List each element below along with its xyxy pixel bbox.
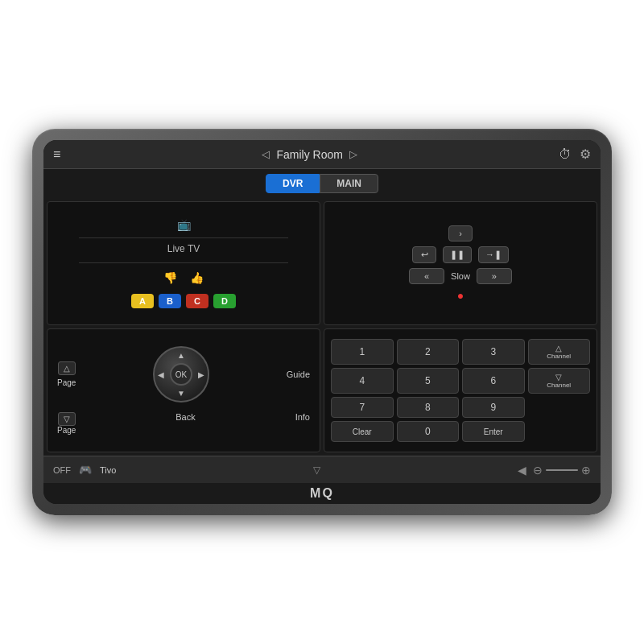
channel-label-up: Channel: [529, 353, 590, 360]
divider2: [79, 262, 289, 263]
clear-button[interactable]: Clear: [331, 421, 394, 442]
pause-button[interactable]: ❚❚: [443, 246, 472, 263]
next-room-button[interactable]: ▷: [349, 148, 357, 160]
tab-main[interactable]: MAIN: [320, 174, 378, 193]
page-up-label: Page: [57, 378, 76, 387]
room-title: Family Room: [276, 148, 342, 161]
footer-back-button[interactable]: ◀: [518, 464, 526, 477]
device-label: Tivo: [100, 465, 116, 475]
playback-row-1: ›: [448, 225, 473, 242]
num-2-button[interactable]: 2: [397, 339, 460, 365]
num-4-button[interactable]: 4: [331, 368, 394, 394]
main-content: 📺 Live TV 👎 👍 A B C D ›: [43, 198, 601, 456]
record-button[interactable]: ●: [457, 289, 464, 302]
volume-slider: ⊖ ⊕: [533, 464, 591, 477]
color-a-button[interactable]: A: [131, 294, 154, 308]
num-9-button[interactable]: 9: [462, 397, 525, 418]
clock-icon[interactable]: ⏱: [559, 147, 572, 162]
footer-down-arrow[interactable]: ▽: [313, 464, 320, 476]
device-frame: ≡ ◁ Family Room ▷ ⏱ ⚙ DVR MAIN 📺 Live TV: [32, 129, 612, 515]
thumb-down-button[interactable]: 👎: [163, 271, 177, 284]
settings-icon[interactable]: ⚙: [580, 147, 591, 162]
color-c-button[interactable]: C: [186, 294, 208, 308]
thumb-up-button[interactable]: 👍: [190, 271, 204, 284]
page-down-label: Page: [57, 426, 76, 435]
playback-row-2: ↩ ❚❚ →❚: [412, 246, 509, 263]
channel-down-button[interactable]: ▽ Channel: [528, 368, 591, 394]
device-icon: 🎮: [79, 464, 92, 476]
back-button[interactable]: ↩: [412, 246, 436, 263]
tab-bar: DVR MAIN: [43, 169, 601, 198]
dvr-panel: 📺 Live TV 👎 👍 A B C D: [47, 201, 320, 325]
header: ≡ ◁ Family Room ▷ ⏱ ⚙: [43, 140, 601, 169]
rewind-button[interactable]: «: [409, 268, 444, 284]
device-screen: ≡ ◁ Family Room ▷ ⏱ ⚙ DVR MAIN 📺 Live TV: [43, 140, 601, 504]
footer: OFF 🎮 Tivo ▽ ◀ ⊖ ⊕: [43, 456, 601, 483]
nav-panel: △ Page ▲ ▼ ◀ ▶ OK Guide: [47, 328, 320, 452]
num-5-button[interactable]: 5: [397, 368, 460, 394]
tab-dvr[interactable]: DVR: [266, 174, 320, 193]
dvr-icon: 📺: [177, 218, 191, 231]
back-label: Back: [175, 412, 195, 435]
channel-up-icon: △: [529, 344, 590, 353]
forward-button[interactable]: ›: [448, 225, 473, 242]
page-up-button[interactable]: △: [58, 361, 76, 375]
brand-logo: MQ: [310, 486, 334, 500]
guide-label: Guide: [287, 369, 310, 379]
prev-room-button[interactable]: ◁: [262, 148, 270, 160]
nav-up-button[interactable]: ▲: [177, 351, 185, 360]
menu-icon[interactable]: ≡: [53, 147, 60, 162]
num-3-button[interactable]: 3: [462, 339, 525, 365]
thumbs-row: 👎 👍: [163, 271, 204, 284]
footer-controls: ◀ ⊖ ⊕: [518, 464, 591, 477]
volume-plus-button[interactable]: ⊕: [581, 464, 591, 477]
power-off-button[interactable]: OFF: [53, 465, 71, 475]
page-down-button[interactable]: ▽: [58, 412, 76, 426]
num-8-button[interactable]: 8: [397, 397, 460, 418]
nav-down-button[interactable]: ▼: [177, 389, 185, 398]
numpad-panel: 1 2 3 △ Channel 4 5 6 ▽ Channel 7 8: [324, 328, 597, 452]
nav-top-row: △ Page ▲ ▼ ◀ ▶ OK Guide: [52, 346, 315, 402]
volume-line: [546, 469, 578, 471]
channel-label-down: Channel: [529, 382, 590, 389]
slow-label: Slow: [451, 271, 470, 281]
num-7-button[interactable]: 7: [331, 397, 394, 418]
info-label: Info: [295, 412, 310, 435]
divider: [79, 237, 289, 238]
nav-right-button[interactable]: ▶: [198, 370, 204, 379]
num-0-button[interactable]: 0: [397, 421, 460, 442]
channel-up-button[interactable]: △ Channel: [528, 339, 591, 365]
numpad-grid: 1 2 3 △ Channel 4 5 6 ▽ Channel 7 8: [328, 336, 593, 445]
enter-button[interactable]: Enter: [462, 421, 525, 442]
channel-down-icon: ▽: [529, 373, 590, 382]
color-d-button[interactable]: D: [213, 294, 236, 308]
color-buttons: A B C D: [131, 294, 236, 308]
dvr-title: Live TV: [167, 243, 200, 254]
nav-circle: ▲ ▼ ◀ ▶ OK: [153, 346, 209, 402]
fast-forward-button[interactable]: »: [477, 268, 512, 284]
page-buttons-left: △ Page: [57, 361, 76, 387]
playback-row-4: ●: [457, 289, 464, 302]
nav-ok-button[interactable]: OK: [170, 363, 192, 386]
num-1-button[interactable]: 1: [331, 339, 394, 365]
skip-button[interactable]: →❚: [478, 246, 509, 263]
volume-minus-button[interactable]: ⊖: [533, 464, 543, 477]
num-6-button[interactable]: 6: [462, 368, 525, 394]
nav-left-button[interactable]: ◀: [158, 370, 164, 379]
color-b-button[interactable]: B: [159, 294, 181, 308]
playback-row-3: « Slow »: [409, 268, 512, 284]
playback-panel: › ↩ ❚❚ →❚ « Slow » ●: [324, 201, 597, 325]
